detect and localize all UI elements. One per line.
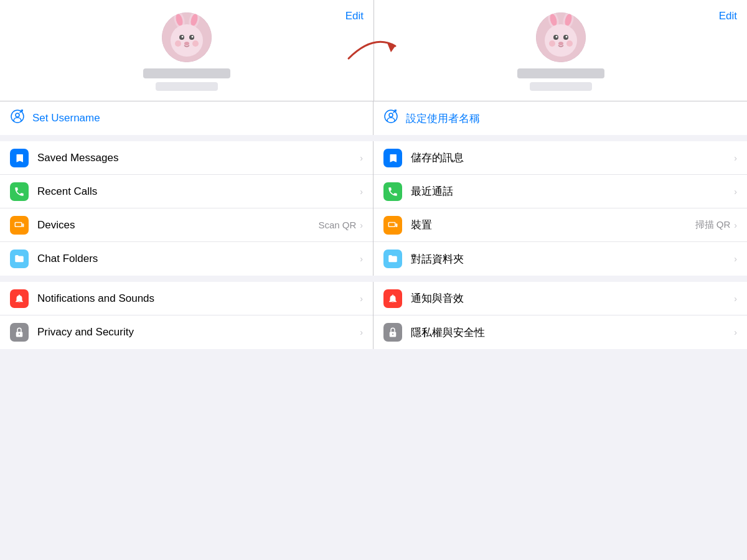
- svg-point-32: [385, 110, 397, 123]
- left-chat-folders-label: Chat Folders: [37, 253, 360, 265]
- left-devices-hint: Scan QR: [318, 220, 356, 230]
- right-profile: Edit: [374, 0, 747, 101]
- right-devices-icon-box: [383, 216, 402, 235]
- right-devices-label: 裝置: [411, 218, 695, 232]
- left-menu-group-1: Saved Messages › Recent Calls › Device: [0, 141, 374, 276]
- svg-rect-38: [16, 223, 21, 226]
- svg-point-9: [192, 36, 194, 38]
- devices-icon-box: [10, 216, 29, 235]
- right-phone-placeholder: [530, 82, 592, 91]
- right-devices-chevron: ›: [734, 220, 737, 230]
- right-notifications[interactable]: 通知與音效 ›: [374, 282, 747, 315]
- left-menu-group-2: Notifications and Sounds › Privacy and S…: [0, 282, 374, 349]
- svg-point-46: [392, 334, 393, 335]
- right-chat-folders-label: 對話資料夾: [411, 252, 734, 266]
- left-chat-folders[interactable]: Chat Folders ›: [0, 242, 373, 276]
- svg-point-5: [171, 24, 203, 57]
- right-avatar: [536, 12, 586, 62]
- left-avatar: [162, 12, 212, 62]
- right-privacy-chevron: ›: [734, 327, 737, 337]
- svg-point-11: [175, 40, 181, 47]
- right-name-placeholder: [517, 68, 604, 78]
- left-devices-label: Devices: [37, 219, 318, 231]
- svg-point-19: [545, 24, 577, 57]
- left-privacy-chevron: ›: [360, 327, 363, 337]
- left-recent-calls-chevron: ›: [360, 187, 363, 197]
- left-saved-messages-label: Saved Messages: [37, 152, 360, 164]
- right-set-username[interactable]: 設定使用者名稱: [374, 101, 747, 135]
- left-notifications-chevron: ›: [360, 294, 363, 304]
- svg-point-44: [19, 334, 20, 335]
- left-saved-messages-chevron: ›: [360, 153, 363, 163]
- right-saved-messages-label: 儲存的訊息: [411, 151, 734, 165]
- right-saved-messages-chevron: ›: [734, 153, 737, 163]
- left-name-placeholder: [143, 68, 230, 78]
- right-notifications-label: 通知與音效: [411, 291, 734, 306]
- left-profile: Edit: [0, 0, 374, 101]
- right-devices-hint: 掃描 QR: [695, 219, 731, 231]
- menu-group-1: Saved Messages › Recent Calls › Device: [0, 141, 747, 282]
- recent-calls-icon-box: [10, 182, 29, 201]
- right-saved-messages-icon-box: [383, 149, 402, 167]
- saved-messages-icon-box: [10, 149, 29, 167]
- svg-point-27: [11, 110, 24, 123]
- left-set-username[interactable]: Set Username: [0, 101, 374, 135]
- right-notifications-chevron: ›: [734, 294, 737, 304]
- left-chat-folders-chevron: ›: [360, 254, 363, 264]
- chat-folders-icon-box: [10, 250, 29, 268]
- svg-point-22: [555, 36, 557, 38]
- left-saved-messages[interactable]: Saved Messages ›: [0, 141, 373, 175]
- left-devices[interactable]: Devices Scan QR ›: [0, 208, 373, 242]
- right-chat-folders-chevron: ›: [734, 254, 737, 264]
- svg-rect-41: [389, 223, 395, 226]
- svg-point-24: [558, 42, 563, 45]
- left-phone-placeholder: [156, 82, 218, 91]
- svg-point-8: [182, 36, 184, 38]
- right-edit-button[interactable]: Edit: [719, 10, 737, 22]
- right-menu-group-2: 通知與音效 › 隱私權與安全性 ›: [374, 282, 747, 349]
- svg-point-33: [389, 113, 393, 117]
- right-recent-calls[interactable]: 最近通話 ›: [374, 175, 747, 208]
- left-username-icon: [10, 109, 25, 128]
- left-notifications-label: Notifications and Sounds: [37, 292, 360, 305]
- menu-group-2: Notifications and Sounds › Privacy and S…: [0, 282, 747, 349]
- left-privacy-label: Privacy and Security: [37, 326, 360, 338]
- left-edit-button[interactable]: Edit: [345, 10, 364, 22]
- left-privacy[interactable]: Privacy and Security ›: [0, 315, 373, 349]
- left-recent-calls-label: Recent Calls: [37, 185, 360, 198]
- svg-point-12: [192, 40, 199, 47]
- right-devices[interactable]: 裝置 掃描 QR ›: [374, 208, 747, 242]
- right-username-icon: [383, 109, 398, 128]
- left-notifications[interactable]: Notifications and Sounds ›: [0, 282, 373, 315]
- right-recent-calls-chevron: ›: [734, 187, 737, 197]
- privacy-icon-box: [10, 323, 29, 342]
- right-saved-messages[interactable]: 儲存的訊息 ›: [374, 141, 747, 175]
- svg-rect-42: [396, 223, 398, 227]
- right-chat-folders[interactable]: 對話資料夾 ›: [374, 242, 747, 276]
- svg-point-23: [565, 36, 567, 38]
- left-username-label: Set Username: [32, 112, 100, 124]
- svg-point-10: [184, 42, 189, 45]
- right-avatar-image: [536, 12, 586, 62]
- notifications-icon-box: [10, 289, 29, 308]
- left-devices-chevron: ›: [360, 220, 363, 230]
- svg-point-25: [549, 40, 555, 47]
- left-recent-calls[interactable]: Recent Calls ›: [0, 175, 373, 208]
- right-menu-group-1: 儲存的訊息 › 最近通話 › 裝置 掃描 QR ›: [374, 141, 747, 276]
- right-privacy-label: 隱私權與安全性: [411, 325, 734, 340]
- right-privacy[interactable]: 隱私權與安全性 ›: [374, 315, 747, 349]
- svg-rect-39: [22, 223, 24, 227]
- right-recent-calls-label: 最近通話: [411, 184, 734, 198]
- right-recent-calls-icon-box: [383, 182, 402, 201]
- left-avatar-image: [162, 12, 212, 62]
- right-chat-folders-icon-box: [383, 250, 402, 268]
- right-privacy-icon-box: [383, 323, 402, 342]
- right-username-label: 設定使用者名稱: [406, 111, 480, 126]
- svg-point-26: [566, 40, 573, 47]
- right-notifications-icon-box: [383, 289, 402, 308]
- svg-point-28: [16, 113, 19, 117]
